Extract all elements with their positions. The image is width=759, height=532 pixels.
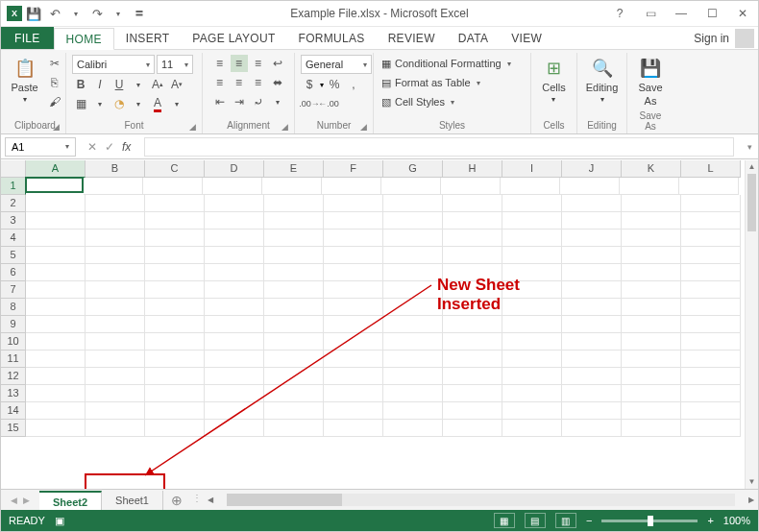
cell[interactable] [441, 178, 501, 195]
col-header-I[interactable]: I [502, 160, 562, 178]
cell[interactable] [622, 299, 681, 316]
cut-icon[interactable]: ✂ [46, 55, 63, 72]
underline-dropdown-icon[interactable]: ▾ [130, 76, 147, 93]
cell[interactable] [205, 195, 264, 212]
cell[interactable] [622, 402, 681, 420]
font-launcher-icon[interactable]: ◢ [189, 122, 196, 132]
cell[interactable] [443, 368, 502, 385]
tab-formulas[interactable]: FORMULAS [287, 27, 377, 49]
sign-in-link[interactable]: Sign in [694, 32, 729, 45]
cell[interactable] [145, 333, 205, 351]
cell[interactable] [681, 316, 741, 333]
cell[interactable] [324, 333, 383, 351]
cell[interactable] [383, 212, 443, 230]
format-as-table-button[interactable]: ▤Format as Table▾ [381, 74, 480, 91]
font-size-combo[interactable]: 11▾ [157, 55, 193, 74]
row-header-9[interactable]: 9 [1, 316, 26, 333]
cell[interactable] [324, 385, 383, 402]
cell[interactable] [26, 281, 86, 299]
cell[interactable] [502, 212, 562, 230]
increase-decimal-icon[interactable]: .00→ [301, 95, 318, 112]
cell-styles-button[interactable]: ▧Cell Styles▾ [381, 93, 454, 110]
col-header-L[interactable]: L [681, 160, 741, 178]
view-pagelayout-icon[interactable]: ▤ [525, 513, 546, 528]
cell[interactable] [681, 230, 741, 247]
align-right-icon[interactable]: ≡ [250, 74, 267, 91]
cell[interactable] [324, 264, 383, 281]
col-header-F[interactable]: F [324, 160, 383, 178]
cell[interactable] [622, 351, 681, 368]
cell[interactable] [324, 212, 383, 230]
bold-button[interactable]: B [72, 76, 89, 93]
tab-page-layout[interactable]: PAGE LAYOUT [181, 27, 286, 49]
cell[interactable] [381, 178, 441, 195]
cell[interactable] [443, 333, 502, 351]
cell[interactable] [443, 195, 502, 212]
cell[interactable] [86, 368, 145, 385]
cell[interactable] [679, 178, 739, 195]
wrap-text-icon[interactable]: ↩ [269, 55, 286, 72]
cell[interactable] [622, 420, 681, 437]
cell[interactable] [502, 333, 562, 351]
row-header-12[interactable]: 12 [1, 368, 26, 385]
cell[interactable] [502, 247, 562, 264]
col-header-A[interactable]: A [26, 160, 86, 178]
cell[interactable] [264, 299, 324, 316]
cell[interactable] [562, 212, 622, 230]
cell[interactable] [86, 299, 145, 316]
cell[interactable] [681, 402, 741, 420]
row-header-15[interactable]: 15 [1, 420, 26, 437]
row-header-10[interactable]: 10 [1, 333, 26, 351]
italic-button[interactable]: I [91, 76, 109, 93]
formula-expand-icon[interactable]: ▾ [747, 142, 758, 152]
col-header-G[interactable]: G [383, 160, 443, 178]
cell[interactable] [205, 264, 264, 281]
cell[interactable] [502, 420, 562, 437]
cell[interactable] [264, 420, 324, 437]
cell[interactable] [562, 299, 622, 316]
cell[interactable] [443, 212, 502, 230]
cell[interactable] [501, 178, 560, 195]
cell[interactable] [205, 368, 264, 385]
name-box[interactable]: A1▾ [5, 137, 76, 157]
cell[interactable] [383, 368, 443, 385]
tab-review[interactable]: REVIEW [377, 27, 447, 49]
vertical-scrollbar[interactable]: ▲ ▼ [745, 160, 758, 489]
cell[interactable] [383, 316, 443, 333]
cell[interactable] [622, 316, 681, 333]
font-color-dropdown-icon[interactable]: ▾ [168, 95, 185, 112]
cell[interactable] [86, 212, 145, 230]
qat-undo-dropdown-icon[interactable]: ▾ [66, 4, 86, 23]
col-header-K[interactable]: K [622, 160, 681, 178]
cell[interactable] [264, 385, 324, 402]
col-header-C[interactable]: C [145, 160, 205, 178]
cell[interactable] [26, 264, 86, 281]
cell[interactable] [681, 247, 741, 264]
cell[interactable] [26, 368, 86, 385]
borders-icon[interactable]: ▦ [72, 95, 89, 112]
cell[interactable] [322, 178, 381, 195]
cell[interactable] [562, 264, 622, 281]
decrease-indent-icon[interactable]: ⇤ [211, 93, 229, 110]
tab-split-handle[interactable]: ⋮ [190, 490, 204, 510]
cell[interactable] [383, 420, 443, 437]
cell[interactable] [383, 351, 443, 368]
number-launcher-icon[interactable]: ◢ [360, 122, 367, 132]
tab-insert[interactable]: INSERT [114, 27, 182, 49]
cell[interactable] [84, 178, 143, 195]
cell[interactable] [622, 195, 681, 212]
col-header-B[interactable]: B [86, 160, 145, 178]
decrease-decimal-icon[interactable]: ←.00 [320, 95, 337, 112]
sheet-tab-sheet2[interactable]: Sheet2 [39, 491, 102, 510]
cell[interactable] [203, 178, 262, 195]
cell[interactable] [205, 316, 264, 333]
cell[interactable] [383, 264, 443, 281]
row-header-5[interactable]: 5 [1, 247, 26, 264]
cell[interactable] [562, 351, 622, 368]
qat-redo-dropdown-icon[interactable]: ▾ [109, 4, 128, 23]
cell[interactable] [205, 212, 264, 230]
qat-undo-icon[interactable]: ↶ [45, 4, 64, 23]
cell[interactable] [86, 281, 145, 299]
cells-button[interactable]: ⊞ Cells ▾ [538, 55, 569, 106]
cell[interactable] [145, 402, 205, 420]
